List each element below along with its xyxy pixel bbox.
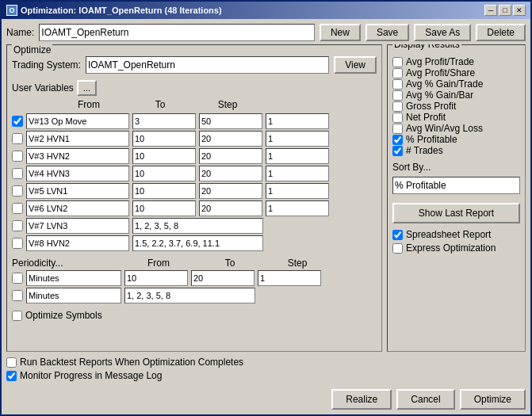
view-button[interactable]: View [334, 56, 377, 74]
trading-system-select[interactable]: IOAMT_OpenReturn [86, 56, 329, 74]
monitor-progress-checkbox[interactable] [6, 371, 17, 381]
sort-by-select[interactable]: % ProfitableNet ProfitGross Profit# Trad… [392, 177, 520, 194]
variable-step-input[interactable] [266, 166, 329, 181]
express-optimization-label: Express Optimization [406, 242, 496, 254]
variable-rows: V#13 Op MoveV#2 HVN1V#3 HVN2V#4 HVN3V#5 … [12, 113, 377, 251]
name-select[interactable]: IOAMT_OpenReturn [39, 24, 315, 41]
display-items: Avg Profit/TradeAvg Profit/ShareAvg % Ga… [392, 56, 520, 156]
variable-to-input[interactable] [199, 131, 262, 147]
display-result-label: Avg % Gain/Bar [406, 90, 473, 101]
period-col-from-header: From [123, 258, 194, 269]
period-step-input[interactable] [258, 270, 321, 286]
display-result-checkbox[interactable] [392, 57, 403, 67]
variable-to-input[interactable] [199, 183, 262, 199]
variable-name-select[interactable]: V#6 LVN2 [26, 200, 129, 216]
display-result-label: Net Profit [406, 112, 446, 123]
period-row: Minutes [12, 288, 377, 303]
close-button[interactable]: ✕ [513, 5, 526, 16]
optimize-symbols-checkbox[interactable] [12, 311, 22, 321]
show-last-report-button[interactable]: Show Last Report [392, 203, 520, 223]
variable-checkbox[interactable] [12, 151, 23, 162]
variable-row: V#5 LVN1 [12, 183, 377, 199]
monitor-progress-label: Monitor Progress in Message Log [20, 370, 162, 381]
variable-step-input[interactable] [266, 200, 329, 216]
user-variables-dots-button[interactable]: ... [77, 80, 97, 96]
period-col-to-header: To [194, 258, 266, 269]
optimize-button[interactable]: Optimize [460, 389, 526, 410]
variable-checkbox[interactable] [12, 220, 23, 231]
variable-to-input[interactable] [199, 148, 262, 164]
periodicity-section: Periodicity... From To Step MinutesMinut… [12, 258, 377, 303]
window-icon: O [6, 5, 17, 16]
variable-name-select[interactable]: V#7 LVN3 [26, 218, 129, 234]
display-result-checkbox[interactable] [392, 124, 403, 134]
variable-from-input[interactable] [132, 166, 196, 181]
variable-name-select[interactable]: V#8 HVN2 [26, 235, 129, 251]
display-result-checkbox[interactable] [392, 146, 403, 156]
variable-from-input[interactable] [132, 131, 196, 147]
maximize-button[interactable]: □ [499, 5, 511, 16]
variable-from-input[interactable] [132, 183, 196, 199]
save-button[interactable]: Save [366, 24, 409, 41]
variable-name-select[interactable]: V#3 HVN2 [26, 148, 129, 164]
variable-from-input[interactable] [132, 113, 196, 129]
period-from-input[interactable] [124, 270, 188, 286]
variable-name-select[interactable]: V#4 HVN3 [26, 166, 129, 181]
display-result-checkbox[interactable] [392, 135, 403, 145]
delete-button[interactable]: Delete [476, 24, 526, 41]
display-result-checkbox[interactable] [392, 113, 403, 123]
variable-row: V#7 LVN3 [12, 218, 377, 234]
display-result-checkbox[interactable] [392, 68, 403, 78]
minimize-button[interactable]: ─ [484, 5, 497, 16]
optimize-group-label: Optimize [12, 44, 52, 55]
variable-checkbox[interactable] [12, 238, 23, 249]
variable-from-input[interactable] [132, 200, 196, 216]
period-type-select[interactable]: Minutes [26, 288, 121, 303]
title-bar-controls: ─ □ ✕ [484, 5, 526, 16]
variable-step-input[interactable] [266, 113, 329, 129]
period-wide-input[interactable] [124, 288, 255, 303]
run-backtest-row: Run Backtest Reports When Optimization C… [6, 357, 526, 368]
optimize-symbols-row: Optimize Symbols [12, 310, 377, 321]
col-step-header: Step [196, 99, 259, 110]
display-result-checkbox[interactable] [392, 101, 403, 112]
period-to-input[interactable] [191, 270, 255, 286]
trading-system-row: Trading System: IOAMT_OpenReturn View [12, 56, 377, 74]
variable-step-input[interactable] [266, 131, 329, 147]
variable-step-input[interactable] [266, 148, 329, 164]
variable-checkbox[interactable] [12, 133, 23, 144]
express-optimization-checkbox[interactable] [392, 243, 403, 254]
variable-from-input[interactable] [132, 148, 196, 164]
run-backtest-checkbox[interactable] [6, 357, 17, 368]
cancel-button[interactable]: Cancel [396, 389, 454, 410]
variable-name-select[interactable]: V#2 HVN1 [26, 131, 129, 147]
period-checkbox[interactable] [12, 273, 23, 284]
new-button[interactable]: New [320, 24, 361, 41]
variable-wide-input[interactable] [132, 218, 263, 234]
variable-to-input[interactable] [199, 200, 262, 216]
variable-checkbox[interactable] [12, 168, 23, 179]
display-results-panel: Display Results Avg Profit/TradeAvg Prof… [387, 44, 526, 352]
variable-checkbox[interactable] [12, 116, 23, 127]
bottom-section: Run Backtest Reports When Optimization C… [6, 355, 526, 383]
display-result-checkbox[interactable] [392, 79, 403, 90]
period-col-step-header: Step [266, 258, 329, 269]
variable-step-input[interactable] [266, 183, 329, 199]
save-as-button[interactable]: Save As [414, 24, 471, 41]
period-checkbox[interactable] [12, 290, 23, 301]
variable-name-select[interactable]: V#5 LVN1 [26, 183, 129, 199]
title-bar: O Optimization: IOAMT_OpenReturn (48 Ite… [2, 2, 530, 19]
realize-button[interactable]: Realize [331, 389, 392, 410]
spreadsheet-report-checkbox[interactable] [392, 230, 403, 240]
variable-checkbox[interactable] [12, 203, 23, 214]
variable-name-select[interactable]: V#13 Op Move [26, 113, 129, 129]
monitor-progress-row: Monitor Progress in Message Log [6, 370, 526, 381]
variable-wide-input[interactable] [132, 235, 263, 251]
variable-checkbox[interactable] [12, 185, 23, 197]
display-result-row: Gross Profit [392, 101, 520, 112]
variable-to-input[interactable] [199, 166, 262, 181]
period-type-select[interactable]: Minutes [26, 270, 121, 286]
display-result-row: # Trades [392, 145, 520, 156]
variable-to-input[interactable] [199, 113, 262, 129]
display-result-checkbox[interactable] [392, 90, 403, 101]
